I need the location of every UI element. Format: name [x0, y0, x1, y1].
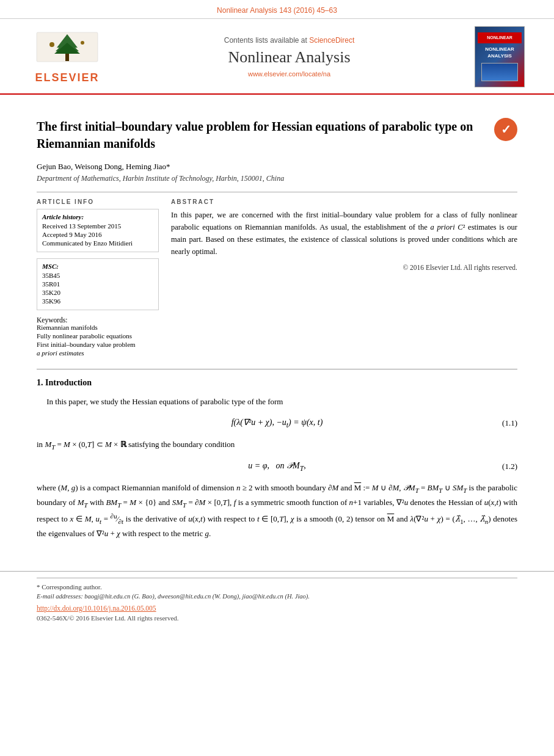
cover-image: NONLINEAR NONLINEARANALYSIS	[475, 26, 525, 87]
received-line: Received 13 September 2015	[42, 222, 153, 230]
article-info-heading: ARTICLE INFO	[37, 198, 159, 205]
doi-link[interactable]: http://dx.doi.org/10.1016/j.na.2016.05.0…	[37, 605, 517, 612]
cover-title-text: NONLINEARANALYSIS	[485, 46, 514, 59]
introduction-section: 1. Introduction In this paper, we study …	[37, 378, 517, 540]
copyright-line: © 2016 Elsevier Ltd. All rights reserved…	[171, 264, 517, 271]
article-history-box: Article history: Received 13 September 2…	[37, 209, 159, 252]
footer-divider	[37, 578, 517, 578]
keyword-1: Riemannian manifolds	[37, 324, 159, 331]
science-direct-link[interactable]: ScienceDirect	[309, 36, 354, 45]
equation-1-2-formula: u = φ, on 𝒫MT,	[248, 461, 305, 473]
journal-title-display: Nonlinear Analysis	[116, 48, 462, 67]
keywords-label: Keywords:	[37, 316, 159, 324]
communicated-line: Communicated by Enzo Mitidieri	[42, 239, 153, 247]
affiliation-line: Department of Mathematics, Harbin Instit…	[37, 174, 517, 183]
contents-text: Contents lists available at	[224, 36, 307, 45]
equation-1-2: u = φ, on 𝒫MT, (1.2)	[37, 461, 517, 473]
contents-available-line: Contents lists available at ScienceDirec…	[116, 36, 462, 45]
journal-header: ELSEVIER Contents lists available at Sci…	[0, 19, 554, 95]
corresponding-author-note: * Corresponding author.	[37, 583, 517, 591]
equation-1-1-number: (1.1)	[502, 418, 517, 428]
article-title-row: The first initial–boundary value problem…	[37, 118, 517, 152]
keywords-list: Riemannian manifolds Fully nonlinear par…	[37, 324, 159, 357]
divider-1	[37, 192, 517, 192]
email-addresses: E-mail addresses: baogj@hit.edu.cn (G. B…	[37, 593, 517, 600]
msc-35r01: 35R01	[42, 280, 153, 288]
cover-bar: NONLINEAR	[478, 32, 522, 43]
intro-para-3: where (M, g) is a compact Riemannian man…	[37, 481, 517, 540]
authors-line: Gejun Bao, Weisong Dong, Heming Jiao*	[37, 162, 517, 172]
journal-cover: NONLINEAR NONLINEARANALYSIS	[475, 26, 530, 87]
intro-para-2: in MT = M × (0,T] ⊂ M × ℝ satisfying the…	[37, 438, 517, 453]
msc-box: MSC: 35B45 35R01 35K20 35K96	[37, 258, 159, 310]
body-divider	[37, 369, 517, 369]
article-title-text: The first initial–boundary value problem…	[37, 118, 488, 152]
section-1-heading: 1. Introduction	[37, 378, 517, 388]
svg-rect-1	[65, 53, 69, 61]
accepted-line: Accepted 9 May 2016	[42, 231, 153, 238]
svg-point-6	[81, 41, 84, 45]
keyword-2: Fully nonlinear parabolic equations	[37, 332, 159, 340]
journal-url-display: www.elsevier.com/locate/na	[116, 70, 462, 78]
keyword-4: a priori estimates	[37, 349, 159, 357]
cover-graphic	[481, 63, 518, 81]
article-title-section: The first initial–boundary value problem…	[37, 118, 517, 152]
abstract-heading: ABSTRACT	[171, 198, 517, 205]
abstract-column: ABSTRACT In this paper, we are concerned…	[171, 198, 517, 358]
elsevier-logo-section: ELSEVIER	[18, 29, 116, 84]
article-info-column: ARTICLE INFO Article history: Received 1…	[37, 198, 159, 358]
msc-35k96: 35K96	[42, 297, 153, 305]
main-content: The first initial–boundary value problem…	[0, 95, 554, 559]
page-footer: * Corresponding author. E-mail addresses…	[0, 571, 554, 628]
elsevier-brand-text: ELSEVIER	[18, 71, 116, 84]
authors-text: Gejun Bao, Weisong Dong, Heming Jiao*	[37, 162, 170, 171]
msc-35k20: 35K20	[42, 289, 153, 296]
journal-citation: Nonlinear Analysis 143 (2016) 45–63	[217, 6, 337, 15]
msc-35b45: 35B45	[42, 272, 153, 279]
journal-citation-bar: Nonlinear Analysis 143 (2016) 45–63	[0, 0, 554, 19]
crossmark-icon: ✓	[494, 118, 517, 141]
info-abstract-section: ARTICLE INFO Article history: Received 1…	[37, 198, 517, 358]
intro-para-1: In this paper, we study the Hessian equa…	[37, 395, 517, 409]
keywords-section: Keywords: Riemannian manifolds Fully non…	[37, 316, 159, 357]
journal-center-info: Contents lists available at ScienceDirec…	[116, 36, 462, 78]
history-label: Article history:	[42, 213, 153, 220]
equation-1-2-number: (1.2)	[502, 462, 517, 471]
svg-point-5	[49, 42, 54, 47]
footer-copyright: 0362-546X/© 2016 Elsevier Ltd. All right…	[37, 614, 517, 622]
equation-1-1: f(λ(∇²u + χ), −ut) = ψ(x, t) (1.1)	[37, 417, 517, 429]
page: Nonlinear Analysis 143 (2016) 45–63 ELSE…	[0, 0, 554, 756]
equation-1-1-formula: f(λ(∇²u + χ), −ut) = ψ(x, t)	[231, 417, 323, 429]
abstract-text: In this paper, we are concerned with the…	[171, 209, 517, 258]
elsevier-tree-icon	[34, 29, 101, 69]
keyword-3: First initial–boundary value problem	[37, 341, 159, 348]
msc-label: MSC:	[42, 263, 153, 270]
